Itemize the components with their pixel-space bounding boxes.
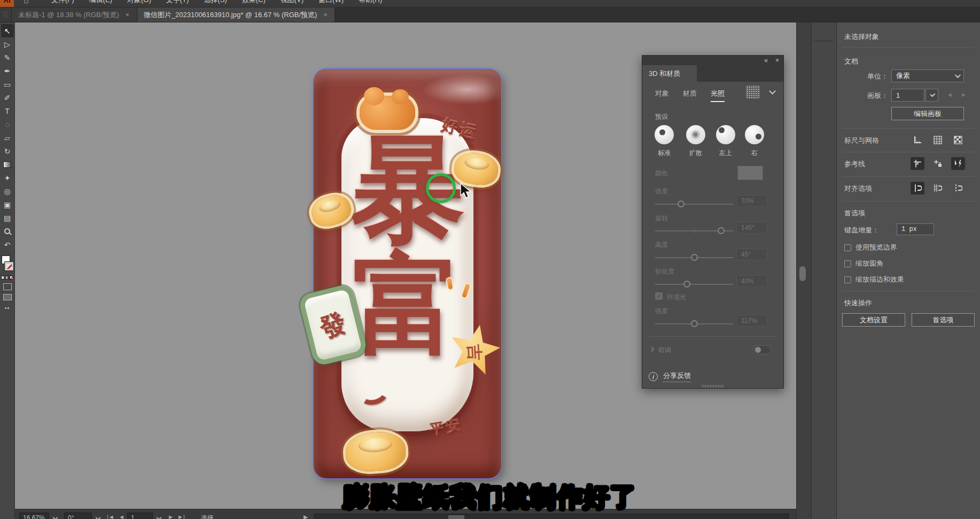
menu-help[interactable]: 帮助(H) xyxy=(351,0,390,5)
chevron-down-icon[interactable] xyxy=(769,88,776,95)
last-artboard-icon[interactable]: ►| xyxy=(177,514,185,519)
home-icon[interactable]: ⌂ xyxy=(18,0,34,5)
screen-mode-button[interactable] xyxy=(3,294,12,300)
edit-toolbar-button[interactable]: •• xyxy=(5,305,10,311)
color-button[interactable] xyxy=(1,276,5,280)
scale-corners-checkbox[interactable] xyxy=(844,260,851,267)
rectangle-tool[interactable]: ▭ xyxy=(1,78,14,91)
preset-diffuse[interactable] xyxy=(686,125,705,144)
gradient-button[interactable] xyxy=(5,276,9,280)
artboard-number-field[interactable]: 1 xyxy=(891,89,924,102)
use-preview-bounds-row[interactable]: 使用预览边界 xyxy=(844,243,897,252)
artboard-tool[interactable]: ▣ xyxy=(1,198,14,211)
unit-dropdown[interactable]: 像素 xyxy=(891,69,964,82)
type-tool[interactable]: T xyxy=(1,104,14,118)
none-button[interactable] xyxy=(10,276,13,280)
preset-standard[interactable] xyxy=(655,125,674,144)
tab-lighting[interactable]: 光照 xyxy=(711,89,725,102)
close-panel-icon[interactable]: × xyxy=(775,57,779,64)
scrollbar-thumb[interactable] xyxy=(799,266,806,281)
toolbar-grip[interactable] xyxy=(0,7,12,22)
scale-strokes-effects-checkbox[interactable] xyxy=(844,276,851,283)
vertical-scrollbar[interactable] xyxy=(796,22,811,519)
document-tab-untitled[interactable]: 未标题-1 @ 18.38 % (RGB/预览) × xyxy=(12,7,137,22)
next-artboard-icon[interactable]: ► xyxy=(168,514,174,519)
scale-strokes-effects-row[interactable]: 缩放描边和效果 xyxy=(844,275,904,284)
rotation-dropdown-icon[interactable] xyxy=(96,515,101,519)
keyboard-increment-input[interactable] xyxy=(897,223,934,235)
rotate-view-tool[interactable]: ↻ xyxy=(1,144,14,158)
height-value[interactable]: 45° xyxy=(736,249,767,260)
page-tool[interactable]: ▤ xyxy=(1,211,14,224)
softness-value[interactable]: 40% xyxy=(736,275,767,287)
snap-to-grid-icon[interactable] xyxy=(931,182,945,195)
snap-to-point-icon[interactable] xyxy=(911,182,924,195)
ambient-intensity-value[interactable]: 117% xyxy=(736,315,767,327)
previous-artboard-icon[interactable]: ◄ xyxy=(119,514,125,519)
menu-edit[interactable]: 编辑(E) xyxy=(82,0,120,5)
shadow-toggle[interactable] xyxy=(753,345,772,354)
draw-mode-button[interactable] xyxy=(3,283,12,290)
share-feedback-row[interactable]: i 分享反馈 xyxy=(649,371,691,382)
ruler-icon[interactable] xyxy=(911,134,924,146)
menu-view[interactable]: 视图(V) xyxy=(273,0,311,5)
stroke-swatch-none[interactable] xyxy=(5,262,13,270)
menu-select[interactable]: 选择(S) xyxy=(196,0,234,5)
menu-window[interactable]: 窗口(W) xyxy=(311,0,351,5)
first-artboard-icon[interactable]: |◄ xyxy=(107,514,114,519)
eyedropper-tool[interactable]: ✦ xyxy=(1,171,14,184)
document-tab-wechat-image[interactable]: 微信图片_20231006163910.jpg* @ 16.67 % (RGB/… xyxy=(137,7,336,22)
menu-type[interactable]: 文字(T) xyxy=(159,0,197,5)
direct-selection-tool[interactable]: ▷ xyxy=(1,37,14,51)
zoom-tool[interactable] xyxy=(1,224,14,238)
height-slider[interactable] xyxy=(655,254,733,261)
tab-material[interactable]: 材质 xyxy=(683,89,697,102)
undo-tool[interactable]: ↶ xyxy=(1,238,14,251)
intensity-value[interactable]: 70% xyxy=(736,195,767,207)
scale-corners-row[interactable]: 缩放圆角 xyxy=(844,259,883,268)
shaper-tool[interactable]: ◌ xyxy=(1,118,14,131)
chevron-right-icon[interactable] xyxy=(649,347,655,352)
close-icon[interactable]: × xyxy=(125,11,130,19)
pen-tool[interactable]: ✒ xyxy=(1,64,14,78)
light-color-swatch[interactable] xyxy=(737,166,763,180)
artwork-wallpaper[interactable]: 好运 暴 富 發 吉 平安 xyxy=(314,69,501,478)
play-icon[interactable]: ▶ xyxy=(304,514,308,519)
ambient-light-checkbox[interactable]: ✓ xyxy=(655,292,663,300)
share-feedback-link[interactable]: 分享反馈 xyxy=(663,371,691,382)
fill-stroke-swatches[interactable] xyxy=(1,255,14,274)
softness-slider[interactable] xyxy=(655,281,733,288)
blend-tool[interactable]: ◎ xyxy=(1,184,14,198)
intensity-slider[interactable] xyxy=(655,201,733,207)
eraser-tool[interactable]: ▱ xyxy=(1,131,14,144)
use-preview-bounds-checkbox[interactable] xyxy=(844,244,851,251)
zoom-dropdown-icon[interactable] xyxy=(53,515,58,519)
curvature-tool[interactable]: ✎ xyxy=(1,51,14,64)
scrollbar-thumb[interactable] xyxy=(448,515,464,519)
selection-tool[interactable]: ↖ xyxy=(1,24,14,37)
artboard-dropdown-button[interactable] xyxy=(925,89,938,102)
tab-object[interactable]: 对象 xyxy=(655,89,669,102)
artboard-dropdown-icon[interactable] xyxy=(157,515,162,519)
menu-object[interactable]: 对象(O) xyxy=(120,0,159,5)
ambient-intensity-slider[interactable] xyxy=(655,321,733,327)
panel-resize-grip[interactable] xyxy=(702,385,724,388)
rotation-value[interactable]: 145° xyxy=(736,222,767,234)
preferences-button[interactable]: 首选项 xyxy=(912,313,975,327)
smart-guides-icon[interactable] xyxy=(951,157,965,170)
menu-effect[interactable]: 效果(C) xyxy=(235,0,273,5)
horizontal-scrollbar[interactable] xyxy=(314,514,789,519)
edit-artboards-button[interactable]: 编辑画板 xyxy=(891,107,964,120)
previous-artboard-icon[interactable]: ◄ xyxy=(947,91,953,98)
collapse-panel-icon[interactable]: « xyxy=(764,57,768,64)
panel-tab-3d-materials[interactable]: 3D 和材质 xyxy=(642,65,697,82)
grid-icon[interactable] xyxy=(931,134,945,146)
lock-guides-icon[interactable] xyxy=(931,157,945,170)
panel-title-bar[interactable]: « × xyxy=(642,56,783,65)
next-artboard-icon[interactable]: ► xyxy=(961,91,967,98)
snap-to-pixel-icon[interactable] xyxy=(951,182,965,195)
show-guides-icon[interactable] xyxy=(911,157,924,170)
menu-file[interactable]: 文件(F) xyxy=(44,0,82,5)
document-setup-button[interactable]: 文档设置 xyxy=(842,313,905,327)
preset-top-left[interactable] xyxy=(716,125,735,144)
